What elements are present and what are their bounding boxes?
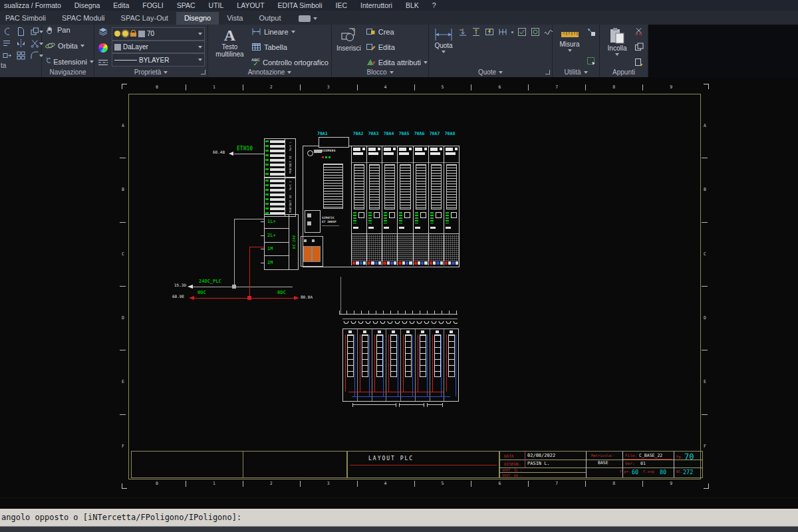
linear-dimension-button[interactable]: Lineare (251, 27, 329, 36)
ribbon-tab[interactable]: SPAC Lay-Out (113, 12, 176, 25)
dimension-button[interactable]: Quota (432, 27, 456, 67)
module-divider (398, 162, 412, 163)
module-connector (368, 148, 376, 151)
module-tab (446, 227, 451, 229)
version-value: 01 (640, 461, 646, 466)
ruler-row-label: D (700, 286, 710, 350)
module-connector (384, 152, 394, 155)
dialog-launcher-icon[interactable] (545, 70, 550, 74)
dim-associate-icon[interactable] (531, 27, 540, 37)
dim-check-icon[interactable] (517, 27, 527, 37)
menu-item[interactable]: UTIL (202, 0, 231, 11)
measure-button[interactable]: Misura (555, 27, 584, 67)
ribbon-tab[interactable]: PAC Simboli (0, 12, 54, 25)
terminal-unit (444, 329, 458, 401)
arc-tool-button[interactable] (2, 27, 15, 37)
module-led-strip (368, 212, 372, 223)
menu-item[interactable]: BLK (399, 0, 426, 11)
copy-clip-icon[interactable] (634, 43, 644, 51)
orbit-icon (45, 41, 55, 51)
power-connector (301, 236, 323, 267)
insert-block-button[interactable]: Inserisci (334, 27, 363, 67)
trim-tool-button[interactable] (30, 39, 43, 49)
dim-style-icon[interactable] (498, 27, 507, 37)
mirror-tool-button[interactable] (16, 39, 29, 49)
extents-button[interactable]: Estensioni (45, 57, 94, 66)
mtext-button[interactable]: A Testo multilinea (211, 27, 249, 67)
ribbon-tab[interactable]: SPAC Moduli (54, 12, 113, 25)
object-color-swatch (114, 44, 121, 51)
dim-update-icon[interactable] (458, 27, 467, 37)
ribbon-tab[interactable]: Vista (219, 12, 251, 25)
module-tag-label: 70A4 (381, 131, 396, 137)
menu-item[interactable]: ? (426, 0, 443, 11)
create-block-button[interactable]: Crea (366, 27, 428, 36)
separator-dot (511, 31, 513, 33)
pan-button[interactable]: Pan (45, 25, 94, 35)
layer-lock-icon[interactable] (130, 33, 136, 37)
dim-text-icon[interactable] (471, 27, 481, 37)
menu-item[interactable]: Disegna (68, 0, 107, 11)
menu-item[interactable]: FOGLI (136, 0, 170, 11)
grid-line (622, 452, 623, 477)
id-point-icon[interactable] (587, 27, 597, 37)
menu-item[interactable]: sualizza / Formato (0, 0, 68, 11)
paste-button[interactable]: Incolla (602, 27, 632, 67)
layer-select[interactable]: 70 (112, 27, 205, 41)
next-sheet-number: 80 (660, 469, 666, 475)
module-vent (431, 164, 442, 209)
module-connector (393, 148, 396, 150)
dialog-launcher-icon[interactable] (201, 70, 205, 74)
command-line[interactable]: angolo opposto o [iNTercetta/FPoligono/I… (0, 509, 798, 527)
cpu-left-connector (305, 210, 321, 233)
menu-item[interactable]: IEC (329, 0, 354, 11)
module-tag-label: 70A6 (412, 131, 427, 137)
paste-special-icon[interactable] (634, 58, 644, 66)
module-wiring-detail (382, 235, 397, 261)
lines-tool-button[interactable] (2, 39, 15, 49)
quick-select-icon[interactable] (587, 57, 597, 66)
menu-item[interactable]: SPAC (170, 0, 202, 11)
module-connector (430, 148, 438, 151)
menu-item[interactable]: Edita (106, 0, 136, 11)
chevron-down-icon (198, 46, 202, 49)
linear-label: Lineare (264, 28, 289, 36)
sheet-tool-button[interactable] (16, 27, 29, 37)
drawing-canvas[interactable]: 0123456789 0123456789 ABCDEF ABCDEF ETH1… (0, 77, 798, 497)
ribbon-tab[interactable]: Disegno (176, 12, 219, 25)
stretch-tool-button[interactable] (2, 51, 15, 61)
dim-override-icon[interactable] (485, 27, 494, 37)
ribbon-tab[interactable]: Output (251, 12, 289, 25)
color-select[interactable]: DaLayer (112, 41, 205, 54)
color-wheel-icon[interactable] (98, 43, 108, 53)
menu-item[interactable]: LAYOUT (230, 0, 271, 11)
menu-item[interactable]: EDITA Simboli (271, 0, 329, 11)
copy-tool-button[interactable] (30, 27, 43, 37)
title-underline (350, 465, 497, 466)
chevron-down-icon (291, 31, 295, 33)
layer-properties-icon[interactable] (98, 27, 108, 37)
spellcheck-button[interactable]: ABC✓ Controllo ortografico (251, 58, 329, 66)
orbit-button[interactable]: Orbita (45, 41, 94, 51)
chevron-down-icon (424, 61, 428, 64)
array-tool-button[interactable] (16, 51, 29, 61)
layer-freeze-icon[interactable] (122, 31, 128, 37)
dim-jog-icon[interactable] (544, 27, 553, 37)
edit-attributes-button[interactable]: Edita attributi (366, 58, 428, 66)
dc-terminal-block: 1L+2L+1M2M DC 24V (264, 214, 299, 270)
linetype-icon[interactable] (98, 59, 108, 66)
cut-icon[interactable] (634, 27, 644, 36)
fillet-tool-button[interactable] (30, 51, 43, 61)
cpu-tag-label: 70A1 (317, 131, 328, 136)
module-divider (382, 233, 397, 234)
table-button[interactable]: Tabella (251, 43, 329, 51)
ribbon-display-toggle[interactable] (299, 15, 317, 25)
edit-block-button[interactable]: Edita (366, 43, 428, 51)
layer-on-icon[interactable] (114, 31, 120, 37)
block-number: 272 (683, 469, 693, 475)
linetype-select[interactable]: BYLAYER (112, 53, 205, 66)
blue-bus (352, 396, 450, 397)
dc-terminal: 1M (265, 242, 289, 256)
dimension-tools-row (458, 27, 553, 37)
menu-item[interactable]: Interruttori (354, 0, 399, 11)
